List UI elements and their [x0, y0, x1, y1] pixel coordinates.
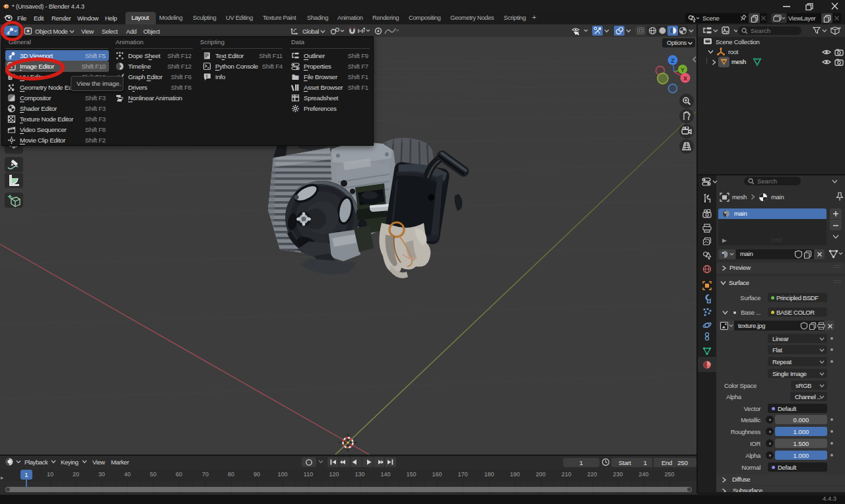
svg-text:Z: Z	[671, 57, 675, 64]
svg-text:+: +	[838, 26, 842, 31]
svg-text:X: X	[683, 75, 687, 82]
svg-text:Y: Y	[681, 67, 685, 73]
svg-text:i: i	[206, 74, 207, 79]
